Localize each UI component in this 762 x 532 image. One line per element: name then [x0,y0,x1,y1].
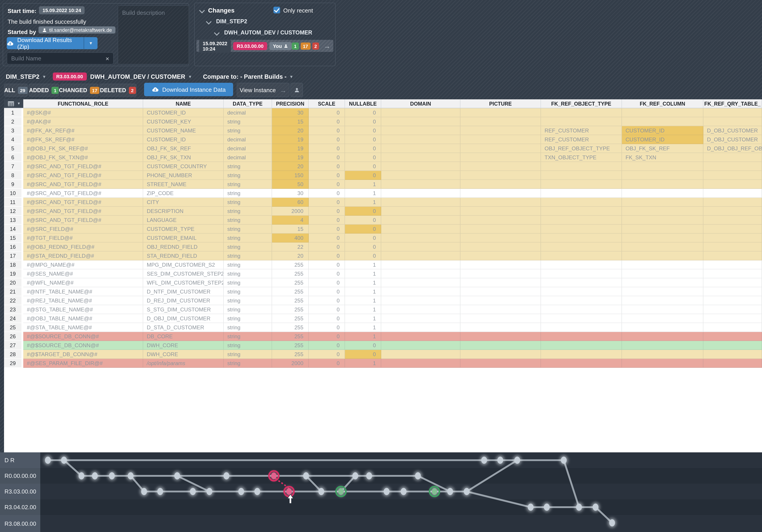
table-row[interactable]: 20#@WFL_NAME@#WFL_DIM_CUSTOMER_STEP2stri… [4,278,762,287]
table-row[interactable]: 19#@SES_NAME@#SES_DIM_CUSTOMER_STEP2stri… [4,269,762,278]
filter-changed-button[interactable]: CHANGED 17 [60,84,99,97]
column-options-button[interactable]: ▾ [4,99,23,108]
table-row[interactable]: 13#@SRC_AND_TGT_FIELD@#LANGUAGEstring400 [4,216,762,225]
build-node[interactable] [303,472,309,480]
table-row[interactable]: 17#@STA_REDND_FIELD@#STA_REDND_FIELDstri… [4,252,762,261]
table-row[interactable]: 23#@STG_TABLE_NAME@#S_STG_DIM_CUSTOMERst… [4,305,762,314]
build-node[interactable] [286,488,292,495]
build-history-graph[interactable]: D R R0.00.00.00 R3.03.00.00 R3.04.02.00 … [0,452,762,532]
table-column-header[interactable]: DOMAIN [381,99,460,108]
build-node[interactable] [141,488,147,495]
build-node[interactable] [366,472,372,480]
build-node[interactable] [514,457,520,464]
build-node[interactable] [352,472,358,480]
table-row[interactable]: 3#@FK_AK_REF@#CUSTOMER_NAMEstring2000REF… [4,126,762,135]
build-node[interactable] [561,457,567,464]
build-node[interactable] [609,519,615,526]
chevron-down-icon[interactable] [206,19,211,24]
filter-added-button[interactable]: ADDED 1 [29,84,59,97]
view-instance-button[interactable]: View Instance → [237,83,289,97]
table-row[interactable]: 12#@SRC_AND_TGT_FIELD@#DESCRIPTIONstring… [4,207,762,216]
only-recent-checkbox[interactable] [273,7,280,13]
build-node[interactable] [447,488,453,495]
build-node[interactable] [576,503,582,511]
build-node[interactable] [45,457,51,464]
build-node[interactable] [401,488,407,495]
build-node[interactable] [238,488,244,495]
build-node[interactable] [157,488,163,495]
build-node[interactable] [481,457,487,464]
build-node[interactable] [223,472,229,480]
build-node[interactable] [190,488,196,495]
table-row[interactable]: 16#@OBJ_REDND_FIELD@#OBJ_REDND_FIELDstri… [4,243,762,252]
table-row[interactable]: 22#@REJ_TABLE_NAME@#D_REJ_DIM_CUSTOMERst… [4,296,762,305]
table-row[interactable]: 11#@SRC_AND_TGT_FIELD@#CITYstring6001 [4,198,762,207]
table-column-header[interactable]: PRECISION [272,99,309,108]
table-row[interactable]: 29#@SES_PARAM_FILE_DIR@#/opt/infa/params… [4,359,762,368]
build-name-input[interactable]: Build Name × [7,52,114,64]
table-row[interactable]: 10#@SRC_AND_TGT_FIELD@#ZIP_CODEstring300… [4,189,762,198]
build-row[interactable]: 15.09.2022 10:24 R3.03.00.00 You 1 17 2 … [196,40,333,52]
table-row[interactable]: 15#@TGT_FIELD@#CUSTOMER_EMAILstring40000 [4,234,762,243]
filter-deleted-button[interactable]: DELETED 2 [99,84,136,97]
table-row[interactable]: 28#@$TARGET_DB_CONN@#DWH_COREstring25500 [4,350,762,359]
download-all-options-button[interactable]: ▾ [84,37,98,49]
arrow-right-icon[interactable]: → [324,42,331,49]
table-column-header[interactable]: SCALE [309,99,345,108]
build-node[interactable] [128,472,133,480]
build-node[interactable] [109,472,115,480]
table-row[interactable]: 24#@OBJ_TABLE_NAME@#D_OBJ_DIM_CUSTOMERst… [4,314,762,323]
compare-to-dropdown[interactable]: Compare to: - Parent Builds - [203,73,287,80]
build-node[interactable] [61,457,67,464]
instance-data-table[interactable]: 1#@SK@#CUSTOMER_IDdecimal30002#@AK@#CUST… [4,108,762,368]
table-row[interactable]: 25#@STA_TABLE_NAME@#D_STA_D_CUSTOMERstri… [4,323,762,332]
download-all-split-button[interactable]: Download All Results (Zip) ▾ [7,37,98,49]
table-column-header[interactable]: FK_REF_COLUMN [622,99,703,108]
download-all-button[interactable]: Download All Results (Zip) [7,37,84,49]
table-column-header[interactable]: FK_REF_QRY_TABLE_ [703,99,762,108]
build-node[interactable] [206,488,212,495]
build-node[interactable] [174,472,180,480]
table-column-header[interactable]: FUNCTIONAL_ROLE [23,99,143,108]
table-row[interactable]: 14#@SRC_FIELD@#CUSTOMER_TYPEstring1500 [4,225,762,234]
table-row[interactable]: 9#@SRC_AND_TGT_FIELD@#STREET_NAMEstring5… [4,180,762,189]
build-node[interactable] [254,488,260,495]
build-node[interactable] [497,457,503,464]
build-description-textarea[interactable]: Build description [118,5,190,64]
table-column-header[interactable]: FK_REF_OBJECT_TYPE [541,99,622,108]
table-row[interactable]: 27#@$SOURCE_DB_CONN@#DWH_COREstring25500 [4,341,762,350]
build-node[interactable] [271,473,276,479]
table-row[interactable]: 8#@SRC_AND_TGT_FIELD@#PHONE_NUMBERstring… [4,171,762,180]
table-row[interactable]: 6#@OBJ_FK_SK_TXN@#OBJ_FK_SK_TXNdecimal19… [4,153,762,162]
chevron-down-icon[interactable] [199,8,205,13]
table-row[interactable]: 18#@MPG_NAME@#MPG_DIM_CUSTOMER_S2string2… [4,261,762,269]
build-node[interactable] [432,488,437,495]
table-column-header[interactable]: PICTURE [460,99,541,108]
chevron-down-icon[interactable] [214,30,219,36]
table-row[interactable]: 1#@SK@#CUSTOMER_IDdecimal3000 [4,108,762,117]
build-node[interactable] [92,472,98,480]
tree-item-object[interactable]: DWH_AUTOM_DEV / CUSTOMER [224,30,312,36]
tree-item-model[interactable]: DIM_STEP2 [216,18,247,25]
build-node[interactable] [384,488,390,495]
clear-icon[interactable]: × [106,55,109,62]
download-instance-data-button[interactable]: Download Instance Data [144,83,233,96]
build-node[interactable] [528,503,534,511]
build-node[interactable] [338,488,343,495]
build-node[interactable] [464,488,470,495]
build-node[interactable] [544,503,550,511]
table-row[interactable]: 4#@FK_SK_REF@#CUSTOMER_IDdecimal1900REF_… [4,135,762,144]
user-toggle-button[interactable] [290,83,303,97]
filter-all-button[interactable]: ALL 29 [4,84,28,97]
table-column-header[interactable]: NAME [143,99,224,108]
table-row[interactable]: 26#@$SOURCE_DB_CONN@#DB_COREstring25501 [4,332,762,341]
table-row[interactable]: 7#@SRC_AND_TGT_FIELD@#CUSTOMER_COUNTRYst… [4,162,762,171]
path-dropdown[interactable]: DWH_AUTOM_DEV / CUSTOMER [90,73,185,80]
build-node[interactable] [415,472,421,480]
table-column-header[interactable]: NULLABLE [345,99,381,108]
object-dropdown[interactable]: DIM_STEP2 [6,73,39,80]
table-column-header[interactable]: DATA_TYPE [224,99,272,108]
build-node[interactable] [318,488,324,495]
table-row[interactable]: 5#@OBJ_FK_SK_REF@#OBJ_FK_SK_REFdecimal19… [4,144,762,153]
table-row[interactable]: 2#@AK@#CUSTOMER_KEYstring1500 [4,117,762,126]
